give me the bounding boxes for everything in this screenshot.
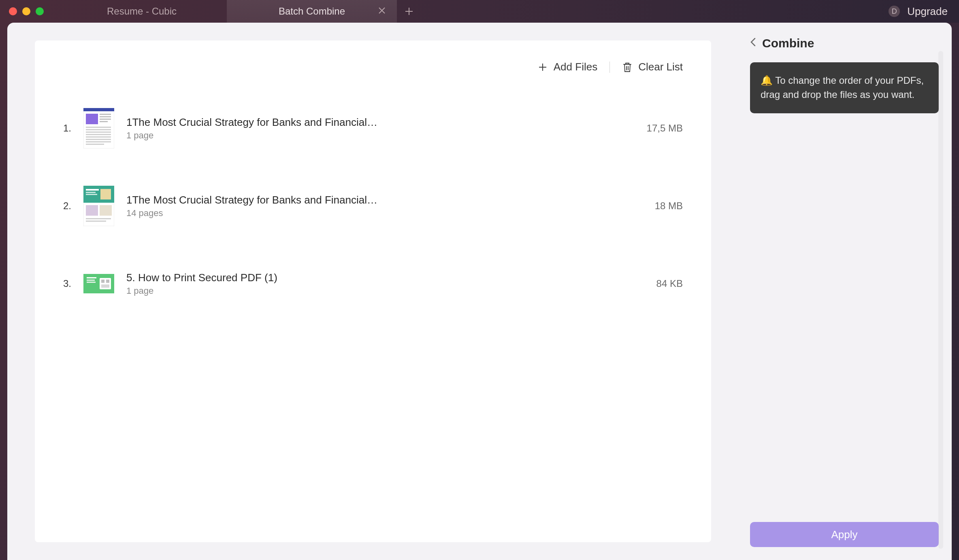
add-files-label: Add Files bbox=[554, 61, 597, 73]
file-item[interactable]: 2. 1The Mos bbox=[63, 175, 683, 237]
window-bar: Resume - Cubic Batch Combine D Upgrade bbox=[0, 0, 959, 23]
file-pages: 1 page bbox=[126, 130, 634, 141]
window-maximize-button[interactable] bbox=[36, 7, 44, 15]
clear-list-button[interactable]: Clear List bbox=[622, 61, 683, 73]
svg-rect-30 bbox=[101, 280, 104, 283]
svg-rect-24 bbox=[86, 221, 106, 222]
svg-rect-19 bbox=[86, 194, 97, 195]
svg-rect-10 bbox=[86, 134, 111, 135]
svg-rect-3 bbox=[100, 114, 111, 115]
svg-rect-11 bbox=[86, 136, 111, 138]
svg-rect-17 bbox=[86, 189, 99, 191]
apply-button[interactable]: Apply bbox=[750, 522, 939, 547]
svg-rect-18 bbox=[86, 192, 96, 193]
svg-rect-28 bbox=[87, 282, 96, 283]
svg-rect-32 bbox=[101, 284, 109, 288]
file-pages: 1 page bbox=[126, 286, 634, 296]
file-info: 5. How to Print Secured PDF (1) 1 page bbox=[126, 272, 634, 296]
file-item[interactable]: 3. 5. How to Print Secured PDF (1) bbox=[63, 253, 683, 314]
side-panel-header: Combine bbox=[750, 36, 939, 50]
clear-list-label: Clear List bbox=[638, 61, 683, 73]
upgrade-button[interactable]: Upgrade bbox=[907, 5, 948, 18]
file-size: 84 KB bbox=[634, 278, 683, 289]
tab-resume[interactable]: Resume - Cubic bbox=[57, 0, 227, 23]
svg-rect-20 bbox=[100, 189, 111, 199]
side-panel: Combine 🔔 To change the order of your PD… bbox=[737, 23, 952, 560]
tab-bar: Resume - Cubic Batch Combine bbox=[57, 0, 421, 23]
window-close-button[interactable] bbox=[9, 7, 17, 15]
file-thumbnail bbox=[83, 108, 114, 148]
file-thumbnail bbox=[83, 186, 114, 226]
toolbar-divider bbox=[609, 62, 610, 73]
side-panel-title: Combine bbox=[762, 36, 814, 50]
svg-rect-7 bbox=[86, 127, 111, 128]
file-name: 5. How to Print Secured PDF (1) bbox=[126, 272, 377, 284]
window-minimize-button[interactable] bbox=[22, 7, 30, 15]
svg-rect-21 bbox=[86, 205, 98, 216]
svg-rect-8 bbox=[86, 129, 111, 130]
svg-rect-22 bbox=[100, 205, 112, 216]
tab-label: Resume - Cubic bbox=[107, 6, 177, 17]
svg-rect-9 bbox=[86, 132, 111, 133]
svg-rect-2 bbox=[86, 114, 98, 124]
svg-rect-5 bbox=[100, 119, 111, 120]
header-right: D Upgrade bbox=[889, 5, 959, 18]
plus-icon bbox=[537, 62, 548, 72]
avatar[interactable]: D bbox=[889, 6, 900, 17]
close-icon[interactable] bbox=[378, 6, 386, 17]
svg-rect-12 bbox=[86, 139, 111, 140]
svg-rect-26 bbox=[87, 277, 96, 278]
file-name: 1The Most Crucial Strategy for Banks and… bbox=[126, 194, 377, 206]
content-area: Add Files Clear List 1. bbox=[7, 23, 952, 560]
file-name: 1The Most Crucial Strategy for Banks and… bbox=[126, 116, 377, 129]
toolbar: Add Files Clear List bbox=[63, 61, 683, 73]
svg-rect-14 bbox=[86, 144, 104, 145]
file-item[interactable]: 1. bbox=[63, 98, 683, 159]
svg-rect-6 bbox=[100, 121, 108, 122]
file-size: 18 MB bbox=[634, 200, 683, 212]
tip-box: 🔔 To change the order of your PDFs, drag… bbox=[750, 62, 939, 113]
trash-icon bbox=[622, 62, 633, 72]
scrollbar[interactable] bbox=[938, 51, 943, 549]
svg-rect-27 bbox=[87, 280, 95, 281]
file-size: 17,5 MB bbox=[634, 123, 683, 134]
tab-label: Batch Combine bbox=[279, 6, 345, 17]
chevron-left-icon[interactable] bbox=[750, 38, 756, 49]
main-panel: Add Files Clear List 1. bbox=[7, 23, 737, 560]
file-info: 1The Most Crucial Strategy for Banks and… bbox=[126, 116, 634, 141]
file-index: 3. bbox=[63, 278, 83, 289]
svg-rect-4 bbox=[100, 116, 111, 117]
file-index: 1. bbox=[63, 123, 83, 134]
svg-rect-31 bbox=[106, 280, 109, 283]
file-list-wrapper: Add Files Clear List 1. bbox=[35, 40, 711, 542]
file-info: 1The Most Crucial Strategy for Banks and… bbox=[126, 194, 634, 218]
svg-rect-13 bbox=[86, 141, 111, 142]
file-pages: 14 pages bbox=[126, 208, 634, 218]
svg-rect-1 bbox=[83, 108, 114, 111]
svg-rect-23 bbox=[86, 218, 111, 219]
traffic-lights bbox=[0, 7, 57, 15]
add-files-button[interactable]: Add Files bbox=[537, 61, 597, 73]
tab-batch-combine[interactable]: Batch Combine bbox=[227, 0, 397, 23]
file-thumbnail bbox=[83, 263, 114, 304]
file-index: 2. bbox=[63, 200, 83, 212]
add-tab-button[interactable] bbox=[397, 0, 421, 23]
